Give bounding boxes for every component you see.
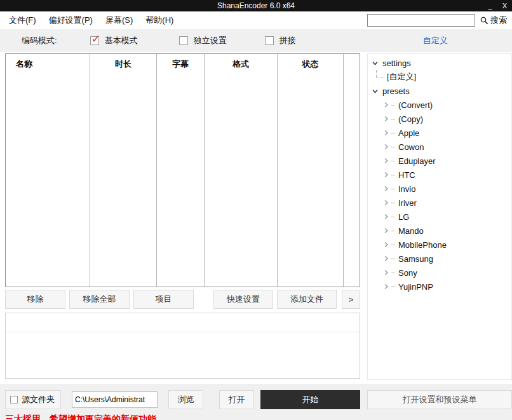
tree-connector-dash xyxy=(391,273,395,273)
concat-checkbox[interactable] xyxy=(265,36,274,45)
chevron-right-icon[interactable] xyxy=(383,116,389,122)
tree-item-invio[interactable]: Invio xyxy=(368,182,511,196)
log-panel xyxy=(5,313,360,379)
concat-label: 拼接 xyxy=(280,35,296,46)
project-button[interactable]: 项目 xyxy=(133,290,194,309)
column-header-name[interactable]: 名称 xyxy=(16,59,32,69)
basic-mode-checkbox[interactable] xyxy=(90,36,99,45)
tree-item-label: LG xyxy=(398,212,409,222)
tree-item-presets[interactable]: presets xyxy=(368,84,511,98)
encode-mode-label: 编码模式: xyxy=(22,35,57,46)
quick-settings-button[interactable]: 快速设置 xyxy=(213,290,273,309)
source-folder-option[interactable]: 源文件夹 xyxy=(5,390,61,409)
basic-mode-option[interactable]: 基本模式 xyxy=(90,35,138,46)
remove-all-button[interactable]: 移除全部 xyxy=(69,290,130,309)
encode-mode-row: 编码模式: 基本模式 独立设置 拼接 自定义 xyxy=(0,29,512,52)
footer-notice[interactable]: 三大採用，希望增加更完美的新便功能 xyxy=(5,414,512,420)
tree-item-copy[interactable]: (Copy) xyxy=(368,112,511,126)
minimize-button[interactable]: _ xyxy=(488,2,492,10)
tree-item-cowon[interactable]: Cowon xyxy=(368,140,511,154)
independent-settings-label: 独立设置 xyxy=(194,35,227,46)
menu-help[interactable]: 帮助(H) xyxy=(139,13,180,28)
tree-item-lg[interactable]: LG xyxy=(368,210,511,224)
tree-connector xyxy=(376,70,384,78)
tree-item-iriver[interactable]: Iriver xyxy=(368,196,511,210)
settings-preset-menu-button[interactable]: 打开设置和预设菜单 xyxy=(367,390,512,409)
action-bar: 移除 移除全部 项目 快速设置 添加文件 > xyxy=(5,290,360,309)
tree-item-apple[interactable]: Apple xyxy=(368,126,511,140)
tree-item-eduplayer[interactable]: Eduplayer xyxy=(368,154,511,168)
title-bar: ShanaEncoder 6.0 x64 _ X xyxy=(0,0,512,11)
search-input[interactable] xyxy=(367,14,475,27)
menu-file[interactable]: 文件(F) xyxy=(5,13,43,28)
concat-option[interactable]: 拼接 xyxy=(265,35,296,46)
file-list[interactable]: 名称 时长 字幕 格式 状态 xyxy=(5,53,360,287)
tree-item-label: Eduplayer xyxy=(398,156,436,166)
tree-item-settings[interactable]: settings xyxy=(368,56,511,70)
tree-connector-dash xyxy=(391,161,395,161)
chevron-right-icon[interactable] xyxy=(383,213,389,220)
search-button-label: 搜索 xyxy=(490,15,507,26)
tree-connector-dash xyxy=(391,287,395,287)
preset-tree-panel[interactable]: settings [自定义] presets (Convert) (Copy) xyxy=(367,53,512,380)
independent-settings-checkbox[interactable] xyxy=(179,36,188,45)
chevron-right-icon[interactable] xyxy=(383,102,389,108)
add-files-button[interactable]: 添加文件 xyxy=(277,290,337,309)
output-path-input[interactable] xyxy=(72,391,158,408)
column-header-duration[interactable]: 时长 xyxy=(115,59,131,69)
tree-item-label: Samsung xyxy=(398,254,433,264)
chevron-right-icon[interactable] xyxy=(383,130,389,136)
tree-item-label: Sony xyxy=(398,268,417,278)
tree-item-samsung[interactable]: Samsung xyxy=(368,252,511,266)
chevron-right-icon[interactable] xyxy=(383,255,389,262)
chevron-right-icon[interactable] xyxy=(383,186,389,192)
tree-item-htc[interactable]: HTC xyxy=(368,168,511,182)
tree-item-custom[interactable]: [自定义] xyxy=(368,70,511,84)
basic-mode-label: 基本模式 xyxy=(105,35,138,46)
tree-connector-dash xyxy=(391,147,395,147)
search-button[interactable]: 搜索 xyxy=(480,15,507,26)
tree-connector-dash xyxy=(391,175,395,175)
tree-item-convert[interactable]: (Convert) xyxy=(368,98,511,112)
column-header-subtitle[interactable]: 字幕 xyxy=(172,59,189,69)
chevron-down-icon[interactable] xyxy=(372,60,379,67)
chevron-right-icon[interactable] xyxy=(383,200,389,206)
tree-item-label: settings xyxy=(382,58,411,68)
table-column-spacer xyxy=(344,54,360,287)
tree-item-sony[interactable]: Sony xyxy=(368,266,511,280)
chevron-right-icon[interactable] xyxy=(383,158,389,164)
tree-item-label: Cowon xyxy=(398,142,424,152)
chevron-right-icon[interactable] xyxy=(383,241,389,248)
tree-item-label: [自定义] xyxy=(387,71,416,83)
source-folder-checkbox[interactable] xyxy=(10,396,18,403)
menu-screen[interactable]: 屏幕(S) xyxy=(99,13,139,28)
tree-item-label: presets xyxy=(382,86,410,96)
close-button[interactable]: X xyxy=(502,2,507,10)
browse-button[interactable]: 浏览 xyxy=(168,390,203,409)
tree-item-label: YujinPNP xyxy=(398,282,433,292)
chevron-down-icon[interactable] xyxy=(372,88,379,95)
chevron-right-icon[interactable] xyxy=(383,269,389,276)
more-button[interactable]: > xyxy=(342,290,360,309)
tree-connector-dash xyxy=(391,133,395,133)
column-header-status[interactable]: 状态 xyxy=(302,59,319,69)
bottom-bar: 源文件夹 浏览 打开 开始 打开设置和预设菜单 三大採用，希望增加更完美的新便功… xyxy=(0,384,512,420)
independent-settings-option[interactable]: 独立设置 xyxy=(179,35,227,46)
tree-connector-dash xyxy=(391,231,395,231)
tree-item-yujinpnp[interactable]: YujinPNP xyxy=(368,280,511,294)
tree-item-mobilephone[interactable]: MobilePhone xyxy=(368,238,511,252)
open-button[interactable]: 打开 xyxy=(219,390,254,409)
tree-item-label: HTC xyxy=(398,170,415,180)
column-header-format[interactable]: 格式 xyxy=(232,59,249,69)
chevron-right-icon[interactable] xyxy=(383,144,389,150)
tree-connector-dash xyxy=(391,245,395,245)
chevron-right-icon[interactable] xyxy=(383,172,389,178)
chevron-right-icon[interactable] xyxy=(383,283,389,290)
remove-button[interactable]: 移除 xyxy=(5,290,65,309)
custom-link[interactable]: 自定义 xyxy=(423,35,448,46)
menu-preferences[interactable]: 偏好设置(P) xyxy=(43,13,99,28)
start-button[interactable]: 开始 xyxy=(260,390,360,409)
tree-item-mando[interactable]: Mando xyxy=(368,224,511,238)
chevron-right-icon[interactable] xyxy=(383,227,389,234)
search-icon xyxy=(480,17,488,25)
